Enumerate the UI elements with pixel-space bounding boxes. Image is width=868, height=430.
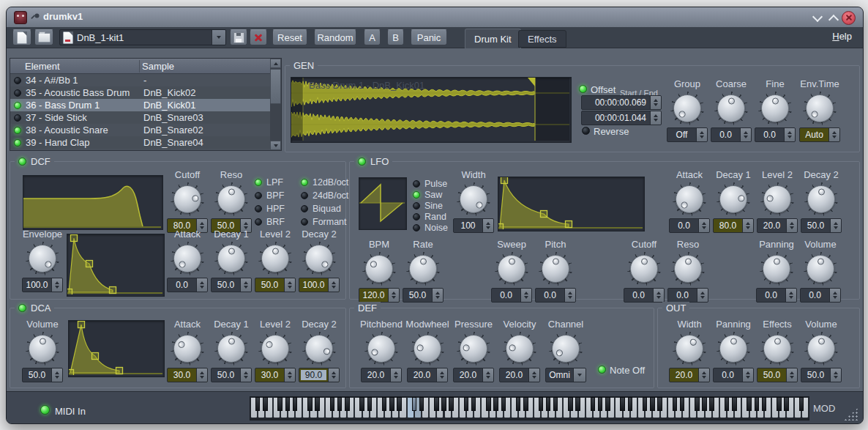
lfo-level-2-knob[interactable] [760,182,794,216]
window-shade-button[interactable] [812,12,823,22]
lfo-level-2-spin[interactable]: 20.0 [757,218,798,233]
piano-black-key-46[interactable] [598,397,603,411]
lfo-pitch-spin-buttons[interactable] [564,289,575,302]
def-modwheel-spin[interactable]: 20.0 [407,368,448,382]
dcf-biquad-led[interactable] [301,205,308,212]
scroll-up-button[interactable] [270,59,281,68]
dcf-hpf-option[interactable]: HPF [255,202,285,215]
lfo-saw-led[interactable] [413,191,420,199]
lfo-attack-spin-buttons[interactable] [698,219,709,232]
dca-decay-2-knob[interactable] [302,332,336,366]
lfo-volume-knob[interactable] [804,252,837,286]
dca-decay-1-spin-buttons[interactable] [240,368,251,382]
piano-black-key-31[interactable] [486,397,491,411]
preset-dropdown-button[interactable] [212,30,225,45]
note-off-led[interactable] [598,366,606,374]
lfo-pitch-knob[interactable] [539,252,572,286]
piano-black-key-52[interactable] [643,397,648,411]
piano-black-key-60[interactable] [702,397,707,411]
dcf-decay-1-spin[interactable]: 50.0 [211,278,252,292]
element-row-34[interactable]: 34 - A#/Bb 1- [10,74,270,86]
lfo-volume-spin-buttons[interactable] [829,289,840,302]
lfo-reso-spin-buttons[interactable] [697,289,708,302]
element-led-38[interactable] [14,127,21,134]
dcf-formant-led[interactable] [301,218,308,226]
element-row-37[interactable]: 37 - Side StickDnB_Snare03 [10,111,270,124]
lfo-volume-spin[interactable]: 0.0 [800,288,841,303]
element-row-38[interactable]: 38 - Acoustic SnareDnB_Snare02 [10,124,270,136]
dcf-attack-knob[interactable] [171,242,204,275]
piano-black-key-19[interactable] [397,397,402,411]
gen-group-spin[interactable]: Off [667,127,708,142]
lfo-wave-display[interactable] [359,177,407,230]
preset-combobox[interactable]: DnB_1-kit1 [59,29,226,45]
dcf-biquad-option[interactable]: Biquad [301,202,348,215]
open-preset-button[interactable] [34,29,53,45]
dcf-decay-1-knob[interactable] [214,242,248,275]
piano-black-key-47[interactable] [605,397,610,411]
dcf-hpf-led[interactable] [255,205,262,212]
dcf-bpf-option[interactable]: BPF [255,189,285,202]
dca-decay-2-spin-buttons[interactable] [328,368,339,382]
piano-black-key-11[interactable] [337,397,343,411]
def-pitchbend-spin-buttons[interactable] [390,368,401,382]
dcf-reso-knob[interactable] [214,182,248,216]
gen-group-knob[interactable] [670,92,704,125]
dcf-envelope-spin[interactable]: 100.0 [22,278,63,292]
midi-in-led[interactable] [40,405,50,415]
out-volume-spin[interactable]: 50.0 [801,368,842,382]
dcf-brf-led[interactable] [255,218,262,226]
lfo-decay-1-spin[interactable]: 80.0 [713,218,754,233]
piano-black-key-28[interactable] [464,397,469,411]
tab-drum-kit[interactable]: Drum Kit [465,29,521,48]
gen-env-time-spin[interactable]: Auto [799,127,840,142]
piano-black-key-21[interactable] [412,397,417,411]
out-panning-knob[interactable] [717,332,750,366]
b-button[interactable]: B [387,29,404,45]
lfo-noise-led[interactable] [413,224,420,231]
lfo-decay-2-spin[interactable]: 50.0 [801,218,842,233]
lfo-decay-2-knob[interactable] [804,182,838,216]
piano-black-key-14[interactable] [359,397,364,411]
def-velocity-spin-buttons[interactable] [528,368,539,382]
element-row-36[interactable]: 36 - Bass Drum 1DnB_Kick01 [10,99,270,111]
lfo-width-knob[interactable] [457,182,490,216]
piano-black-key-5[interactable] [293,397,298,411]
scroll-thumb[interactable] [270,69,281,104]
dcf-lpf-option[interactable]: LPF [255,176,285,189]
piano-black-key-68[interactable] [762,397,767,411]
dcf-level-2-spin-buttons[interactable] [284,278,295,292]
def-modwheel-spin-buttons[interactable] [436,368,447,382]
piano-black-key-50[interactable] [628,397,633,411]
help-menu[interactable]: Help [826,31,852,42]
piano-black-key-56[interactable] [673,397,678,411]
dcf-lpf-led[interactable] [255,179,262,186]
lfo-bpm-knob[interactable] [362,252,396,286]
piano-black-key-15[interactable] [367,397,373,411]
gen-coarse-spin-buttons[interactable] [740,128,751,141]
title-bar[interactable]: drumkv1 [7,7,863,28]
dca-volume-knob[interactable] [26,332,59,366]
lfo-decay-2-spin-buttons[interactable] [830,219,841,232]
lfo-led[interactable] [358,157,366,166]
gen-fine-spin-buttons[interactable] [784,128,795,141]
def-channel-combo[interactable]: Omni [545,368,586,382]
gen-coarse-knob[interactable] [714,92,748,125]
offset-led[interactable] [579,85,587,93]
dca-level-2-knob[interactable] [258,332,292,366]
a-button[interactable]: A [364,29,381,45]
dcf-decay-1-spin-buttons[interactable] [240,278,251,292]
piano-black-key-10[interactable] [330,397,335,411]
lfo-sweep-spin-buttons[interactable] [520,289,531,302]
lfo-rate-spin[interactable]: 50.0 [403,288,444,303]
dcf-decay-2-spin[interactable]: 100.0 [299,278,340,292]
element-led-34[interactable] [14,77,21,84]
gen-coarse-spin[interactable]: 0.0 [711,127,752,142]
piano-black-key-25[interactable] [441,397,446,411]
sample-column-header[interactable]: Sample [142,61,174,72]
out-effects-spin[interactable]: 50.0 [757,368,798,382]
lfo-panning-spin[interactable]: 0.0 [756,288,797,303]
gen-fine-knob[interactable] [758,92,792,125]
dcf-12db-oct-option[interactable]: 12dB/oct [301,176,348,189]
dcf-cutoff-knob[interactable] [171,182,204,216]
